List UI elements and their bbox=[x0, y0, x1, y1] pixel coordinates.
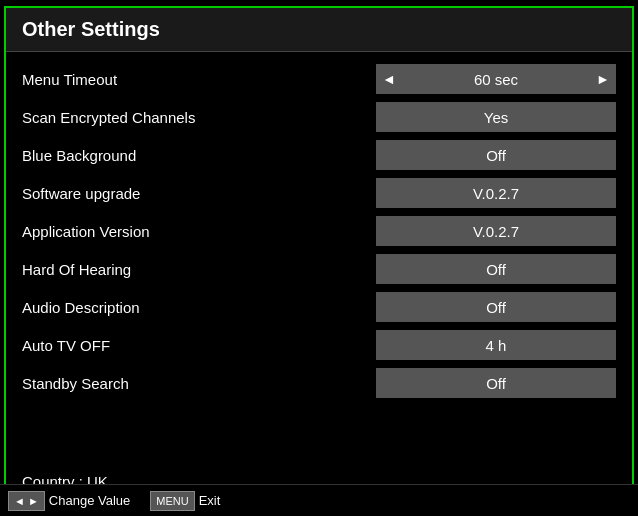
setting-label: Hard Of Hearing bbox=[22, 261, 222, 278]
setting-value: V.0.2.7 bbox=[376, 216, 616, 246]
setting-row: Blue BackgroundOff bbox=[6, 136, 632, 174]
setting-value: 4 h bbox=[376, 330, 616, 360]
change-label: Change Value bbox=[49, 493, 130, 508]
setting-row: Scan Encrypted ChannelsYes bbox=[6, 98, 632, 136]
change-value-hint: ◄ ► Change Value bbox=[8, 491, 130, 511]
setting-label: Audio Description bbox=[22, 299, 222, 316]
settings-list: Menu Timeout◄60 sec►Scan Encrypted Chann… bbox=[6, 52, 632, 465]
setting-label: Menu Timeout bbox=[22, 71, 222, 88]
setting-value: 60 sec bbox=[402, 64, 590, 94]
setting-value: Off bbox=[376, 292, 616, 322]
setting-label: Software upgrade bbox=[22, 185, 222, 202]
right-arrow-button[interactable]: ► bbox=[590, 64, 616, 94]
setting-value: V.0.2.7 bbox=[376, 178, 616, 208]
setting-row: Audio DescriptionOff bbox=[6, 288, 632, 326]
setting-label: Application Version bbox=[22, 223, 222, 240]
setting-value-container: ◄60 sec► bbox=[376, 64, 616, 94]
setting-row: Application VersionV.0.2.7 bbox=[6, 212, 632, 250]
menu-icon: MENU bbox=[150, 491, 194, 511]
setting-label: Scan Encrypted Channels bbox=[22, 109, 222, 126]
arrow-icon: ◄ ► bbox=[8, 491, 45, 511]
setting-label: Auto TV OFF bbox=[22, 337, 222, 354]
menu-exit-hint: MENU Exit bbox=[150, 491, 220, 511]
setting-value-container: Off bbox=[376, 368, 616, 398]
setting-label: Standby Search bbox=[22, 375, 222, 392]
setting-value-container: V.0.2.7 bbox=[376, 178, 616, 208]
settings-panel: Other Settings Menu Timeout◄60 sec►Scan … bbox=[4, 6, 634, 496]
setting-value: Off bbox=[376, 140, 616, 170]
setting-row: Software upgradeV.0.2.7 bbox=[6, 174, 632, 212]
setting-value-container: Yes bbox=[376, 102, 616, 132]
left-arrow-button[interactable]: ◄ bbox=[376, 64, 402, 94]
bottom-bar: ◄ ► Change Value MENU Exit bbox=[0, 484, 638, 516]
setting-value-container: 4 h bbox=[376, 330, 616, 360]
setting-row: Hard Of HearingOff bbox=[6, 250, 632, 288]
setting-value-container: Off bbox=[376, 292, 616, 322]
setting-row: Auto TV OFF4 h bbox=[6, 326, 632, 364]
setting-value: Yes bbox=[376, 102, 616, 132]
setting-value-container: Off bbox=[376, 254, 616, 284]
setting-row: Standby SearchOff bbox=[6, 364, 632, 402]
exit-label: Exit bbox=[199, 493, 221, 508]
setting-value: Off bbox=[376, 254, 616, 284]
panel-title: Other Settings bbox=[6, 8, 632, 52]
setting-value-container: V.0.2.7 bbox=[376, 216, 616, 246]
setting-label: Blue Background bbox=[22, 147, 222, 164]
setting-row: Menu Timeout◄60 sec► bbox=[6, 60, 632, 98]
setting-value-container: Off bbox=[376, 140, 616, 170]
setting-value: Off bbox=[376, 368, 616, 398]
